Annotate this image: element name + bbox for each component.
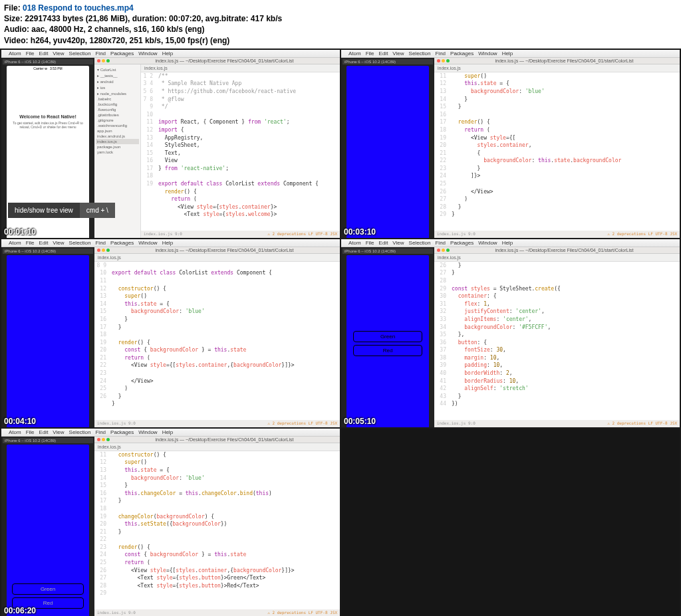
welcome-sub: To get started, edit index.ios.js Press …	[7, 119, 89, 131]
thumb-4: AtomFileEditViewSelectionFindPackagesWin…	[341, 239, 680, 427]
keyboard-tip: hide/show tree view cmd + \	[8, 203, 115, 218]
simulator-panel: iPhone 6 – iOS 10.2 (14C89) Green Red	[1, 437, 94, 616]
sim-button-green[interactable]: Green	[353, 331, 422, 342]
timestamp: 00:05:10	[344, 417, 376, 426]
code-editor[interactable]: 8 9 10 11 12 13 14 15 16 17 18 19 20 21 …	[94, 262, 340, 427]
timestamp: 00:03:10	[344, 227, 376, 237]
welcome-title: Welcome to React Native!	[7, 71, 89, 119]
tip-shortcut: cmd + \	[80, 203, 115, 218]
sim-button-red[interactable]: Red	[353, 345, 422, 356]
thumb-2: AtomFileEditViewSelectionFindPackagesWin…	[341, 50, 680, 238]
simulator-panel: iPhone 6 – iOS 10.2 (14C89) Green Red	[341, 247, 434, 427]
code-editor[interactable]: 26 27 28 29 30 31 32 33 34 35 36 37 38 3…	[434, 262, 680, 427]
code-editor[interactable]: 11 12 13 14 15 16 17 18 19 20 21 22 23 2…	[434, 72, 680, 238]
code-editor[interactable]: 11 12 13 14 15 16 17 18 19 20 21 22 23 2…	[94, 451, 340, 616]
empty-cell	[341, 429, 680, 616]
tip-label: hide/show tree view	[8, 203, 80, 218]
thumb-3: AtomFileEditViewSelectionFindPackagesWin…	[1, 239, 340, 427]
simulator-panel: iPhone 6 – iOS 10.2 (14C89)	[1, 247, 94, 427]
file-name: 018 Respond to touches.mp4	[23, 3, 134, 13]
size-value: 22917433 bytes (21,86 MiB), duration: 00…	[25, 14, 282, 23]
code-editor[interactable]: 1 2 3 4 5 6 7 8 9 10 11 12 13 14 15 16 1…	[141, 72, 340, 238]
file-info-block: File: 018 Respond to touches.mp4 Size: 2…	[0, 0, 681, 49]
thumb-5: AtomFileEditViewSelectionFindPackagesWin…	[1, 429, 340, 616]
file-label: File:	[4, 3, 21, 13]
size-label: Size:	[4, 14, 23, 23]
simulator-panel: iPhone 6 – iOS 10.2 (14C89)	[341, 58, 434, 238]
timestamp: 00:01:10	[4, 227, 36, 237]
tab[interactable]: index.ios.js	[141, 64, 340, 72]
menubar[interactable]: AtomFileEditViewSelectionFindPackagesWin…	[341, 239, 680, 247]
window-titlebar: index.ios.js — ~/Desktop/Exercise Files/…	[94, 58, 340, 64]
video-value: h264, yuv420p, 1280x720, 251 kb/s, 15,00…	[31, 36, 230, 45]
thumbnail-grid: AtomFileEditViewSelectionFindPackagesWin…	[0, 49, 681, 616]
menubar[interactable]: AtomFileEditViewSelectionFindPackagesWin…	[1, 429, 340, 437]
audio-label: Audio:	[4, 25, 29, 34]
thumb-1: AtomFileEditViewSelectionFindPackagesWin…	[1, 50, 340, 238]
menubar[interactable]: AtomFileEditViewSelectionFindPackagesWin…	[1, 50, 340, 58]
sim-header: iPhone 6 – iOS 10.2 (14C89)	[3, 59, 93, 64]
menubar[interactable]: AtomFileEditViewSelectionFindPackagesWin…	[341, 50, 680, 58]
audio-value: aac, 48000 Hz, 2 channels, s16, 160 kb/s…	[31, 25, 204, 34]
timestamp: 00:04:10	[4, 417, 36, 426]
video-label: Video:	[4, 36, 28, 45]
timestamp: 00:06:20	[4, 606, 36, 615]
menubar[interactable]: AtomFileEditViewSelectionFindPackagesWin…	[1, 239, 340, 247]
sim-button-green[interactable]: Green	[12, 583, 84, 595]
